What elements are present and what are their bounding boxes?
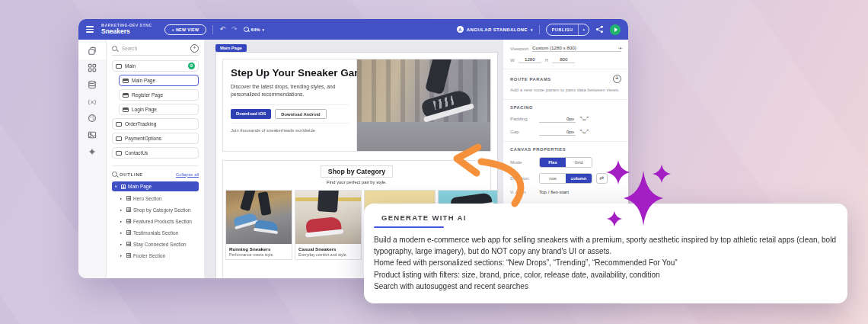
share-icon[interactable] [595,25,604,34]
framework-label: ANGULAR STANDALONE [467,27,528,32]
page-item-payment-options[interactable]: PaymentOptions [112,133,199,144]
theme-icon[interactable] [78,110,106,127]
redo-icon[interactable]: ↷ [231,26,238,33]
hero-section[interactable]: Step Up Your Sneaker Game Discover the l… [222,59,491,152]
outline-item-footer[interactable]: ▸ Footer Section [112,251,199,260]
zoom-level: 64% [251,27,260,32]
decor-shape [357,122,490,151]
section-icon [126,207,131,212]
assets-icon[interactable] [78,127,106,143]
project-info: MARKETING-DEV SYNC Sneakers [101,24,152,34]
add-page-icon[interactable]: + [190,44,199,53]
hero-sneaker-image [357,59,490,151]
section-icon [126,230,131,235]
download-android-button[interactable]: Download Android [275,109,326,119]
page-item-main-page[interactable]: Main Page [119,75,199,86]
page-item-label: Main Page [132,78,155,83]
category-card-casual[interactable]: Casual Sneakers Everyday comfort and sty… [295,190,362,260]
new-view-button[interactable]: + NEW VIEW [164,24,207,35]
collapse-all-link[interactable]: Collapse all [176,172,199,177]
spacing-header: SPACING [510,105,621,110]
chevron-right-icon: ▸ [120,220,124,223]
section-icon [126,219,131,223]
window-icon [116,136,122,141]
page-item-login-page[interactable]: Login Page [119,104,199,115]
outline-label: Featured Products Section [133,219,192,224]
pages-icon[interactable] [78,43,106,59]
outline-item-testimonials[interactable]: ▸ Testimonials Section [112,228,199,237]
gap-input[interactable] [539,128,576,136]
running-sneakers-image [226,191,292,244]
outline-label: Main Page [128,184,152,189]
page-item-register-page[interactable]: Register Page [119,89,199,101]
valign-value[interactable]: Top / flex-start [539,189,569,194]
direction-row: Direction row column ⇄ [510,173,621,184]
search-row: + [112,44,199,56]
search-icon [112,46,117,51]
angular-icon: A [457,26,464,33]
outline-item-featured-products[interactable]: ▸ Featured Products Section [112,217,199,226]
link-sides-icon[interactable]: ⤡⤢ [580,129,589,134]
canvas-page-tab[interactable]: Main Page [215,44,247,52]
blocks-icon[interactable] [78,59,106,76]
add-route-param-icon[interactable]: + [613,75,621,83]
mode-grid-option[interactable]: Grid [566,158,592,167]
project-label: MARKETING-DEV SYNC [101,24,152,27]
viewport-select[interactable]: Custom (1280 x 800) ▾ [532,45,621,52]
outline-label: Shop by Category Section [133,207,191,213]
card-tagline: Everyday comfort and style. [298,252,358,257]
divider [539,25,540,34]
padding-label: Padding [510,116,539,121]
zoom-control[interactable]: 64% ▾ [244,27,265,32]
padding-input[interactable] [539,115,576,123]
section-icon [121,184,126,189]
chevron-down-icon: ▾ [619,46,621,50]
divider [212,25,213,34]
ai-sparkle-icon[interactable] [78,143,106,160]
window-icon [123,93,129,98]
category-card-running[interactable]: Running Sneakers Performance meets style… [225,190,292,260]
divider [503,69,628,69]
page-item-main[interactable]: Main ⚙ [112,60,199,72]
window-icon [123,107,129,112]
gear-icon[interactable]: ⚙ [188,63,195,69]
ai-prompt-line: Home feed with personalized sections: “N… [374,257,837,268]
route-params-title: ROUTE PARAMS [510,77,551,82]
data-icon[interactable] [78,76,106,93]
page-item-order-tracking[interactable]: OrderTracking [112,118,199,130]
menu-icon[interactable] [86,26,94,33]
route-params-hint: Add a new route param to pass data betwe… [510,87,621,94]
code-variables-icon[interactable]: {x} [78,93,106,110]
page-list: Main ⚙ Main Page Register Page Login Pag… [112,60,199,159]
outline-item-shop-by-category[interactable]: ▸ Shop by Category Section [112,205,199,214]
ai-card-body: Build a modern e-commerce web app for se… [374,234,837,292]
direction-row-option[interactable]: row [540,174,566,183]
topbar-right: A ANGULAR STANDALONE ▾ PUBLISH ▾ [457,24,621,36]
hero-text-block: Step Up Your Sneaker Game Discover the l… [223,59,357,151]
publish-button[interactable]: PUBLISH ▾ [546,24,589,36]
undo-icon[interactable]: ↶ [219,26,225,33]
mode-flex-option[interactable]: Flex [540,158,566,167]
height-input[interactable] [552,56,575,63]
search-input[interactable] [120,45,187,52]
outline-label: Stay Connected Section [133,242,187,247]
outline-root-main-page[interactable]: ▾ Main Page [112,181,199,191]
outline-item-stay-connected[interactable]: ▸ Stay Connected Section [112,239,199,249]
outline-label: Testimonials Section [133,230,178,236]
swap-direction-icon[interactable]: ⇄ [596,173,608,184]
chevron-down-icon: ▾ [115,184,119,188]
outline-tree: ▾ Main Page ▸ Hero Section ▸ Shop by Cat… [112,181,199,260]
chevron-right-icon: ▸ [120,197,124,200]
ai-prompt-line: Product listing with filters: size, bran… [374,269,837,281]
casual-sneakers-image [295,191,361,244]
direction-toggle: row column [539,173,592,184]
link-sides-icon[interactable]: ⤡⤢ [580,116,589,121]
framework-select[interactable]: A ANGULAR STANDALONE ▾ [457,26,533,33]
outline-item-hero[interactable]: ▸ Hero Section [112,194,199,203]
direction-column-option[interactable]: column [566,174,592,183]
download-ios-button[interactable]: Download iOS [231,109,271,119]
page-item-contact-us[interactable]: ContactUs [112,147,199,159]
width-input[interactable] [519,56,541,63]
preview-play-button[interactable] [610,24,621,35]
ai-card-title: GENERATE WITH AI [381,213,847,222]
